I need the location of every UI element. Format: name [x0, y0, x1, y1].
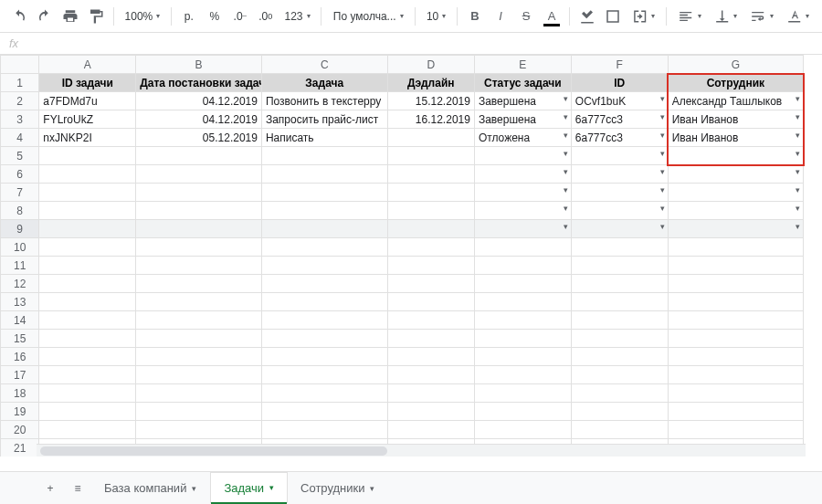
cell-G14[interactable] — [668, 311, 803, 330]
cell-G7[interactable] — [668, 184, 803, 202]
cell-B17[interactable] — [136, 366, 262, 384]
formula-input[interactable] — [46, 33, 822, 54]
cell-A16[interactable] — [39, 348, 136, 366]
cell-G1[interactable]: Сотрудник — [668, 74, 803, 92]
cell-A19[interactable] — [39, 403, 136, 421]
row-header-9[interactable]: 9 — [1, 220, 39, 238]
row-header-4[interactable]: 4 — [1, 129, 39, 147]
row-header-6[interactable]: 6 — [1, 165, 39, 184]
cell-C5[interactable] — [261, 147, 387, 165]
cell-E18[interactable] — [474, 384, 571, 403]
row-header-21[interactable]: 21 — [1, 439, 39, 457]
row-header-11[interactable]: 11 — [1, 257, 39, 275]
cell-G8[interactable] — [668, 202, 803, 220]
cell-G3[interactable]: Иван Иванов — [668, 110, 803, 129]
borders-button[interactable] — [601, 5, 625, 28]
more-formats-dropdown[interactable]: 123▾ — [279, 5, 315, 28]
cell-E7[interactable] — [474, 184, 571, 202]
strikethrough-button[interactable]: S — [514, 5, 538, 28]
cell-E15[interactable] — [474, 330, 571, 348]
cell-E9[interactable] — [474, 220, 571, 238]
cell-E11[interactable] — [474, 257, 571, 275]
row-header-1[interactable]: 1 — [1, 74, 39, 92]
cell-D9[interactable] — [387, 220, 474, 238]
cell-E1[interactable]: Статус задачи — [474, 74, 571, 92]
cell-F20[interactable] — [571, 421, 668, 439]
column-header-C[interactable]: C — [261, 56, 387, 74]
cell-C20[interactable] — [261, 421, 387, 439]
cell-G20[interactable] — [668, 421, 803, 439]
cell-B7[interactable] — [136, 184, 262, 202]
row-header-20[interactable]: 20 — [1, 421, 39, 439]
cell-G6[interactable] — [668, 165, 803, 184]
cell-B3[interactable]: 04.12.2019 — [136, 110, 262, 129]
cell-D18[interactable] — [387, 384, 474, 403]
cell-F19[interactable] — [571, 403, 668, 421]
redo-button[interactable] — [33, 5, 57, 28]
row-header-10[interactable]: 10 — [1, 238, 39, 257]
cell-D11[interactable] — [387, 257, 474, 275]
font-family-dropdown[interactable]: По умолча...▾ — [327, 5, 409, 28]
cell-C1[interactable]: Задача — [261, 74, 387, 92]
cell-D8[interactable] — [387, 202, 474, 220]
cell-F10[interactable] — [571, 238, 668, 257]
horizontal-align-dropdown[interactable]: ▾ — [672, 5, 706, 28]
cell-G9[interactable] — [668, 220, 803, 238]
row-header-19[interactable]: 19 — [1, 403, 39, 421]
cell-B8[interactable] — [136, 202, 262, 220]
cell-A11[interactable] — [39, 257, 136, 275]
cell-E19[interactable] — [474, 403, 571, 421]
column-header-B[interactable]: B — [136, 56, 262, 74]
cell-D13[interactable] — [387, 293, 474, 311]
cell-A15[interactable] — [39, 330, 136, 348]
cell-E20[interactable] — [474, 421, 571, 439]
cell-C19[interactable] — [261, 403, 387, 421]
cell-G10[interactable] — [668, 238, 803, 257]
cell-B10[interactable] — [136, 238, 262, 257]
cell-D14[interactable] — [387, 311, 474, 330]
row-header-18[interactable]: 18 — [1, 384, 39, 403]
cell-A12[interactable] — [39, 275, 136, 293]
row-header-12[interactable]: 12 — [1, 275, 39, 293]
cell-A13[interactable] — [39, 293, 136, 311]
bold-button[interactable]: B — [463, 5, 487, 28]
cell-F13[interactable] — [571, 293, 668, 311]
cell-E6[interactable] — [474, 165, 571, 184]
cell-E4[interactable]: Отложена — [474, 129, 571, 147]
format-currency-button[interactable]: р. — [177, 5, 201, 28]
decrease-decimal-button[interactable]: .0_ — [228, 5, 252, 28]
cell-A2[interactable]: a7FDMd7u — [39, 92, 136, 110]
cell-F18[interactable] — [571, 384, 668, 403]
cell-E14[interactable] — [474, 311, 571, 330]
cell-C8[interactable] — [261, 202, 387, 220]
cell-D3[interactable]: 16.12.2019 — [387, 110, 474, 129]
row-header-14[interactable]: 14 — [1, 311, 39, 330]
cell-A1[interactable]: ID задачи — [39, 74, 136, 92]
column-header-F[interactable]: F — [571, 56, 668, 74]
cell-C4[interactable]: Написать — [261, 129, 387, 147]
cell-C6[interactable] — [261, 165, 387, 184]
cell-F12[interactable] — [571, 275, 668, 293]
cell-F6[interactable] — [571, 165, 668, 184]
cell-E16[interactable] — [474, 348, 571, 366]
cell-D12[interactable] — [387, 275, 474, 293]
select-all-corner[interactable] — [1, 56, 39, 74]
cell-D10[interactable] — [387, 238, 474, 257]
cell-F3[interactable]: 6a777cc3 — [571, 110, 668, 129]
column-header-E[interactable]: E — [474, 56, 571, 74]
horizontal-scrollbar-thumb[interactable] — [40, 446, 387, 456]
cell-F5[interactable] — [571, 147, 668, 165]
cell-B14[interactable] — [136, 311, 262, 330]
fill-color-button[interactable] — [575, 5, 599, 28]
print-button[interactable] — [58, 5, 82, 28]
cell-C16[interactable] — [261, 348, 387, 366]
cell-B15[interactable] — [136, 330, 262, 348]
cell-E17[interactable] — [474, 366, 571, 384]
cell-G12[interactable] — [668, 275, 803, 293]
cell-D2[interactable]: 15.12.2019 — [387, 92, 474, 110]
row-header-8[interactable]: 8 — [1, 202, 39, 220]
cell-D4[interactable] — [387, 129, 474, 147]
cell-F16[interactable] — [571, 348, 668, 366]
font-size-dropdown[interactable]: 10▾ — [421, 5, 451, 28]
column-header-A[interactable]: A — [39, 56, 136, 74]
